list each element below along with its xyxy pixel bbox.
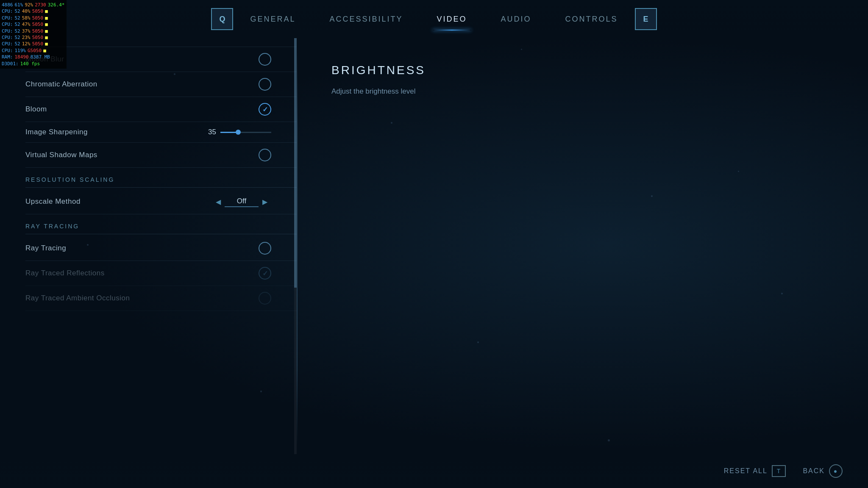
ray-traced-ao-label: Ray Traced Ambient Occlusion (25, 294, 130, 302)
list-item[interactable]: Bloom (25, 97, 297, 122)
top-navigation: Q GENERAL ACCESSIBILITY VIDEO AUDIO CONT… (0, 0, 868, 38)
list-item[interactable]: Chromatic Aberration (25, 72, 297, 97)
ray-tracing-label: Ray Tracing (25, 244, 66, 252)
virtual-shadow-maps-label: Virtual Shadow Maps (25, 151, 97, 159)
scrollbar-track[interactable] (294, 38, 297, 454)
toggle-chromatic-aberration[interactable] (259, 78, 271, 91)
prev-tab-button[interactable]: Q (211, 8, 233, 30)
upscale-method-label: Upscale Method (25, 197, 81, 206)
image-sharpening-label: Image Sharpening (25, 128, 88, 136)
toggle-motion-blur[interactable] (259, 53, 271, 66)
list-item[interactable]: Virtual Shadow Maps (25, 143, 297, 168)
list-item[interactable]: Ray Tracing (25, 236, 297, 261)
tab-accessibility[interactable]: ACCESSIBILITY (312, 11, 420, 27)
toggle-bloom[interactable] (259, 103, 271, 116)
toggle-ray-traced-ao[interactable] (259, 292, 271, 305)
list-item[interactable]: Motion Blur (25, 47, 297, 72)
reset-key-indicator: T (772, 465, 786, 477)
toggle-virtual-shadow-maps[interactable] (259, 149, 271, 161)
main-content: Motion Blur Chromatic Aberration Bloom I… (0, 38, 868, 454)
reset-all-button[interactable]: RESET ALL T (724, 465, 786, 477)
toggle-ray-tracing[interactable] (259, 242, 271, 255)
upscale-next-button[interactable]: ▶ (259, 195, 271, 208)
upscale-method-select[interactable]: ◀ Off ▶ (212, 195, 271, 208)
upscale-method-value: Off (225, 196, 259, 207)
image-sharpening-slider[interactable]: 35 (203, 128, 271, 136)
list-item[interactable]: Ray Traced Ambient Occlusion (25, 286, 297, 311)
info-title: BRIGHTNESS (331, 64, 834, 77)
tab-video[interactable]: VIDEO (420, 11, 484, 27)
back-key-indicator: ● (829, 464, 843, 478)
chromatic-aberration-label: Chromatic Aberration (25, 80, 97, 89)
list-item[interactable]: Ray Traced Reflections (25, 261, 297, 286)
bloom-label: Bloom (25, 105, 47, 114)
list-item[interactable]: Image Sharpening 35 (25, 122, 297, 143)
next-tab-button[interactable]: E (635, 8, 657, 30)
list-item[interactable]: Upscale Method ◀ Off ▶ (25, 189, 297, 214)
settings-panel: Motion Blur Chromatic Aberration Bloom I… (0, 38, 297, 454)
tab-general[interactable]: GENERAL (233, 11, 312, 27)
bottom-bar: RESET ALL T BACK ● (0, 454, 868, 488)
toggle-ray-traced-reflections[interactable] (259, 267, 271, 280)
resolution-scaling-header: RESOLUTION SCALING (25, 168, 297, 187)
reset-all-label: RESET ALL (724, 467, 768, 475)
ray-traced-reflections-label: Ray Traced Reflections (25, 269, 105, 277)
info-panel: BRIGHTNESS Adjust the brightness level (298, 38, 868, 454)
back-button[interactable]: BACK ● (803, 464, 843, 478)
upscale-prev-button[interactable]: ◀ (212, 195, 225, 208)
tab-audio[interactable]: AUDIO (484, 11, 548, 27)
ray-tracing-header: RAY TRACING (25, 214, 297, 234)
back-label: BACK (803, 467, 825, 475)
info-description: Adjust the brightness level (331, 86, 834, 97)
scrollbar-thumb[interactable] (294, 38, 297, 288)
tab-controls[interactable]: CONTROLS (548, 11, 635, 27)
